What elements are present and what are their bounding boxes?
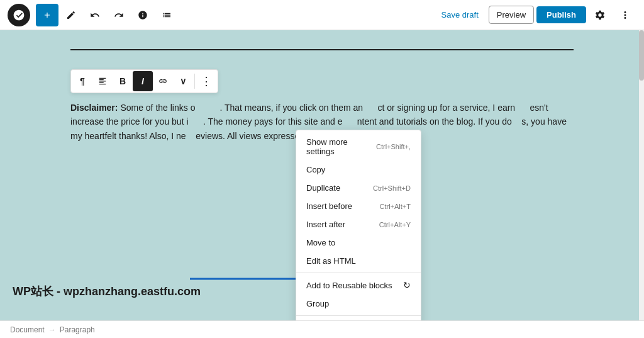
- disclaimer-text-part1: Some of the links o: [120, 103, 195, 113]
- show-more-settings-shortcut: Ctrl+Shift+,: [376, 143, 411, 150]
- insert-before-label: Insert before: [306, 201, 352, 211]
- more-options-btn[interactable]: ⋮: [196, 71, 216, 91]
- top-bar-right: Save draft Preview Publish: [434, 4, 636, 26]
- group-item[interactable]: Group: [296, 295, 421, 313]
- align-btn[interactable]: [92, 71, 113, 91]
- settings-button[interactable]: [589, 4, 611, 26]
- move-to-label: Move to: [306, 238, 335, 247]
- disclaimer-text-part2: . That means, if you click on them an: [219, 103, 363, 113]
- editor-area: ¶ B I ∨ ⋮ Disclaimer: Some of the links …: [0, 30, 644, 320]
- document-label: Document: [10, 325, 45, 334]
- info-button[interactable]: [131, 4, 154, 26]
- reusable-icon: ↻: [403, 280, 411, 290]
- more-menu-button[interactable]: [614, 4, 636, 26]
- disclaimer-text-part3: ct or signing up for a service, I earn: [377, 103, 515, 113]
- insert-after-item[interactable]: Insert after Ctrl+Alt+Y: [296, 215, 421, 234]
- add-block-button[interactable]: [36, 4, 58, 26]
- duplicate-shortcut: Ctrl+Shift+D: [373, 184, 411, 192]
- bold-btn[interactable]: B: [113, 71, 133, 91]
- add-reusable-label: Add to Reusable blocks: [306, 281, 392, 290]
- remove-block-item[interactable]: Remove block Shift+Alt+Z: [296, 318, 421, 320]
- undo-button[interactable]: [84, 4, 106, 26]
- insert-before-shortcut: Ctrl+Alt+T: [379, 203, 411, 210]
- copy-label: Copy: [306, 165, 325, 174]
- chevron-down-btn[interactable]: ∨: [173, 71, 193, 91]
- edit-button[interactable]: [60, 4, 82, 26]
- insert-before-item[interactable]: Insert before Ctrl+Alt+T: [296, 197, 421, 215]
- edit-as-html-item[interactable]: Edit as HTML: [296, 252, 421, 270]
- insert-after-shortcut: Ctrl+Alt+Y: [379, 221, 411, 228]
- publish-button[interactable]: Publish: [536, 6, 586, 23]
- status-bar: Document → Paragraph: [0, 320, 644, 338]
- scrollbar[interactable]: [639, 30, 644, 320]
- menu-divider-2: [296, 315, 421, 316]
- paragraph-icon-btn[interactable]: ¶: [72, 71, 92, 91]
- disclaimer-text-part6: ntent and tutorials on the blog. If you …: [357, 116, 512, 127]
- group-label: Group: [306, 299, 329, 308]
- insert-after-label: Insert after: [306, 220, 345, 229]
- disclaimer-label: Disclaimer:: [70, 103, 118, 113]
- content-divider: [70, 49, 574, 50]
- italic-btn[interactable]: I: [133, 71, 153, 91]
- context-menu: Show more settings Ctrl+Shift+, Copy Dup…: [296, 130, 421, 320]
- show-more-settings-item[interactable]: Show more settings Ctrl+Shift+,: [296, 133, 421, 161]
- top-toolbar: Save draft Preview Publish: [0, 0, 644, 30]
- edit-as-html-label: Edit as HTML: [306, 256, 356, 266]
- disclaimer-text-part5: . The money pays for this site and e: [203, 116, 343, 127]
- link-btn[interactable]: [153, 71, 173, 91]
- menu-divider-1: [296, 273, 421, 273]
- duplicate-label: Duplicate: [306, 183, 340, 193]
- move-to-item[interactable]: Move to: [296, 234, 421, 252]
- toolbar-separator: [194, 74, 195, 89]
- add-reusable-item[interactable]: Add to Reusable blocks ↻: [296, 276, 421, 295]
- watermark: WP站长 - wpzhanzhang.eastfu.com: [13, 284, 201, 299]
- duplicate-item[interactable]: Duplicate Ctrl+Shift+D: [296, 179, 421, 197]
- save-draft-button[interactable]: Save draft: [434, 6, 486, 23]
- block-toolbar: ¶ B I ∨ ⋮: [70, 69, 218, 93]
- redo-button[interactable]: [108, 4, 130, 26]
- show-more-settings-label: Show more settings: [306, 137, 376, 156]
- list-view-button[interactable]: [155, 4, 178, 26]
- preview-button[interactable]: Preview: [489, 6, 534, 24]
- status-separator: →: [48, 325, 56, 334]
- copy-item[interactable]: Copy: [296, 161, 421, 179]
- wp-logo[interactable]: [8, 4, 30, 26]
- scrollbar-thumb[interactable]: [639, 30, 644, 81]
- paragraph-label: Paragraph: [60, 325, 95, 334]
